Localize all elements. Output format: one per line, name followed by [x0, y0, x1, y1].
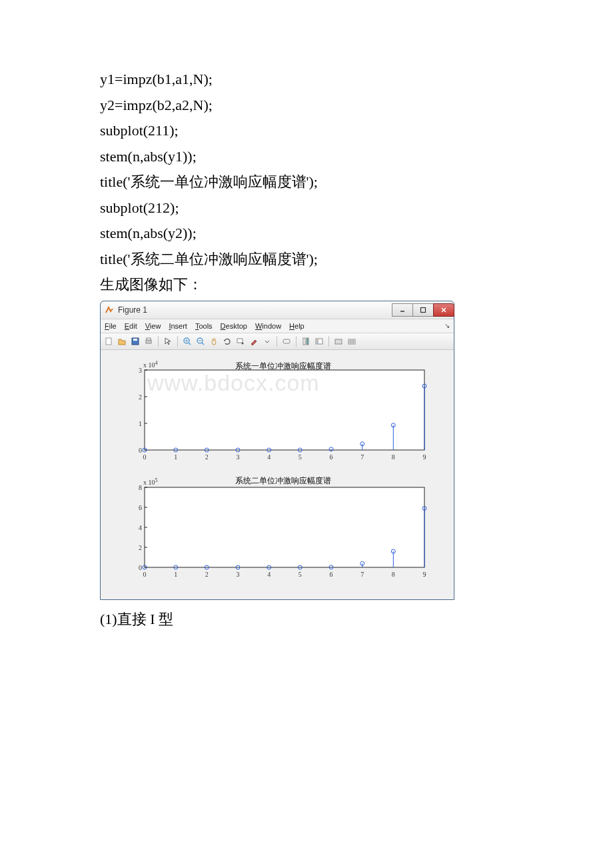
pan-icon[interactable]	[209, 336, 219, 347]
print-icon[interactable]	[143, 336, 154, 347]
dock-icon[interactable]	[333, 336, 344, 347]
menu-extra-icon[interactable]: ↘	[444, 322, 450, 329]
menu-edit[interactable]: Edit	[125, 322, 137, 330]
svg-text:0: 0	[143, 571, 147, 578]
svg-rect-61	[145, 487, 424, 567]
svg-text:8: 8	[139, 484, 142, 491]
svg-text:0: 0	[143, 453, 147, 461]
menu-file[interactable]: File	[105, 322, 117, 330]
code-line: y2=impz(b2,a2,N);	[100, 93, 513, 119]
datatip-icon[interactable]	[235, 336, 246, 347]
svg-text:3: 3	[139, 367, 142, 374]
code-line: title('系统一单位冲激响应幅度谱');	[100, 169, 513, 195]
save-icon[interactable]	[130, 336, 141, 347]
svg-point-17	[242, 342, 244, 344]
svg-rect-25	[335, 339, 342, 344]
svg-text:2: 2	[205, 453, 209, 461]
link-icon[interactable]	[281, 336, 292, 347]
svg-rect-18	[283, 339, 290, 343]
brush-icon[interactable]	[249, 336, 259, 347]
menu-help[interactable]: Help	[289, 322, 305, 330]
code-line: stem(n,abs(y1));	[100, 144, 513, 170]
window-title: Figure 1	[118, 305, 147, 315]
svg-text:6: 6	[330, 571, 333, 578]
matlab-icon	[105, 305, 114, 315]
svg-rect-1	[421, 307, 426, 312]
svg-text:2: 2	[205, 571, 209, 578]
svg-text:9: 9	[423, 571, 426, 578]
svg-text:6: 6	[139, 504, 142, 511]
dropdown-icon[interactable]	[262, 336, 273, 347]
svg-text:5: 5	[299, 571, 302, 578]
svg-text:4: 4	[139, 524, 142, 531]
rotate-icon[interactable]	[222, 336, 233, 347]
svg-rect-4	[106, 338, 111, 345]
toolbar	[101, 333, 454, 350]
colorbar-icon[interactable]	[301, 336, 311, 347]
chart-2-svg: 系统二单位冲激响应幅度谱 x 105 0 2 4 6 8 0 1 2	[103, 473, 436, 586]
minimize-button[interactable]	[392, 303, 413, 317]
svg-rect-16	[237, 339, 243, 343]
close-button[interactable]	[433, 303, 454, 317]
code-line: stem(n,abs(y2));	[100, 221, 513, 247]
titlebar: Figure 1	[101, 301, 454, 319]
menu-insert[interactable]: Insert	[169, 322, 187, 330]
svg-text:6: 6	[330, 453, 333, 461]
chart-1-svg: 系统一单位冲激响应幅度谱 x 104 0 1 2 3 0 1	[103, 355, 436, 469]
new-file-icon[interactable]	[103, 336, 114, 347]
svg-text:5: 5	[299, 453, 302, 461]
svg-text:0: 0	[139, 447, 142, 454]
svg-text:4: 4	[267, 453, 271, 461]
chart-2-title: 系统二单位冲激响应幅度谱	[235, 476, 331, 485]
menu-desktop[interactable]: Desktop	[221, 322, 247, 330]
menubar: File Edit View Insert Tools Desktop Wind…	[101, 319, 454, 333]
final-line: (1)直接 I 型	[100, 607, 513, 633]
svg-rect-8	[147, 338, 151, 340]
svg-text:8: 8	[392, 453, 395, 461]
svg-text:4: 4	[267, 571, 271, 578]
svg-text:7: 7	[360, 571, 364, 578]
plot-area: www.bdocx.com 系统一单位冲激响应幅度谱 x 104 0 1 2 3	[101, 350, 454, 599]
svg-text:3: 3	[237, 571, 240, 578]
svg-text:1: 1	[174, 571, 177, 578]
chart-1-title: 系统一单位冲激响应幅度谱	[235, 361, 331, 371]
legend-icon[interactable]	[314, 336, 324, 347]
menu-window[interactable]: Window	[255, 322, 281, 330]
chart-1: 系统一单位冲激响应幅度谱 x 104 0 1 2 3 0 1	[103, 355, 440, 471]
zoom-out-icon[interactable]	[195, 336, 206, 347]
svg-text:3: 3	[237, 453, 240, 461]
svg-text:1: 1	[174, 453, 177, 461]
svg-line-14	[202, 343, 204, 345]
chart-2: 系统二单位冲激响应幅度谱 x 105 0 2 4 6 8 0 1 2	[103, 473, 440, 589]
svg-rect-20	[306, 338, 308, 345]
menu-tools[interactable]: Tools	[195, 322, 213, 330]
svg-rect-7	[146, 340, 151, 343]
undock-icon[interactable]	[346, 336, 357, 347]
svg-text:2: 2	[139, 544, 142, 551]
svg-text:2: 2	[139, 393, 142, 401]
pointer-icon[interactable]	[163, 336, 173, 347]
svg-rect-6	[133, 339, 137, 341]
code-line: subplot(211);	[100, 118, 513, 144]
code-line: y1=impz(b1,a1,N);	[100, 67, 513, 93]
svg-text:9: 9	[423, 453, 426, 461]
open-file-icon[interactable]	[117, 336, 127, 347]
svg-rect-28	[145, 370, 424, 450]
caption-line: 生成图像如下：	[100, 272, 513, 298]
maximize-button[interactable]	[412, 303, 434, 317]
svg-rect-19	[303, 338, 305, 345]
code-line: subplot(212);	[100, 195, 513, 221]
svg-text:7: 7	[360, 453, 364, 461]
chart-2-yexp: x 105	[143, 477, 158, 486]
zoom-in-icon[interactable]	[182, 336, 193, 347]
svg-text:8: 8	[392, 571, 395, 578]
menu-view[interactable]: View	[145, 322, 161, 330]
svg-line-10	[189, 343, 191, 345]
svg-rect-27	[350, 341, 354, 343]
chart-1-yexp: x 104	[143, 360, 158, 369]
svg-text:1: 1	[139, 420, 142, 427]
svg-text:0: 0	[139, 564, 142, 571]
matlab-figure-window: Figure 1 File Edit View Insert Tools Des…	[100, 301, 454, 600]
code-line: title('系统二单位冲激响应幅度谱');	[100, 247, 513, 273]
